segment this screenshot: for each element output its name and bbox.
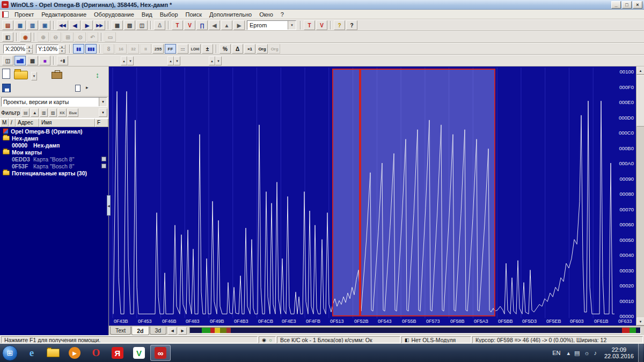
zoom-100-icon[interactable]: ⊙ bbox=[75, 32, 86, 42]
delta-icon[interactable]: Δ bbox=[232, 44, 243, 54]
tree-item-map[interactable]: 0F53FКарта "Bosch 8" bbox=[0, 162, 108, 169]
column-spinner-3[interactable]: ▲▼ bbox=[209, 56, 222, 65]
x-zoom-spinner[interactable]: X:200% ▲▼ bbox=[3, 45, 33, 54]
filter-kk-button[interactable]: КК bbox=[58, 108, 66, 117]
zoom-back-icon[interactable]: ↶ bbox=[87, 32, 98, 42]
next-map-icon[interactable]: ▶ bbox=[233, 20, 245, 30]
filter-vyk-button[interactable]: Вык bbox=[68, 108, 79, 117]
taskbar-v-app-button[interactable]: V bbox=[129, 345, 149, 361]
taskbar-opera-button[interactable]: O bbox=[86, 345, 106, 361]
title-bar[interactable]: ∞ WinOLS - Opel Omega-B (Оригинал), 3584… bbox=[0, 0, 644, 10]
column-header-1[interactable]: M bbox=[0, 119, 9, 127]
column-header-5[interactable]: F bbox=[95, 119, 108, 127]
menu-item-4[interactable]: Вид bbox=[138, 11, 156, 18]
grid-view-icon[interactable]: ▦ bbox=[112, 20, 123, 30]
column-header-3[interactable]: Адрес bbox=[16, 119, 39, 127]
up-level-icon[interactable]: ▲ bbox=[221, 20, 232, 30]
taskbar-explorer-button[interactable] bbox=[43, 345, 63, 361]
chart-plot[interactable] bbox=[110, 68, 614, 318]
sync-versions-icon[interactable]: ↕ bbox=[96, 71, 99, 79]
dart-target-icon[interactable]: ◉ bbox=[20, 32, 31, 42]
menu-item-8[interactable]: Окно bbox=[255, 11, 277, 18]
previous-version-icon[interactable]: ◀ bbox=[69, 20, 80, 30]
tree-item-folder[interactable]: Потенциальные карты (30) bbox=[0, 169, 108, 176]
column-header-2[interactable]: / bbox=[9, 119, 16, 127]
tab-2d[interactable]: 2d bbox=[131, 327, 149, 335]
y-zoom-spinner[interactable]: Y:100% ▲▼ bbox=[36, 45, 65, 54]
scroll-up-icon[interactable]: ▲ bbox=[636, 67, 644, 75]
scroll-down-icon[interactable]: ▼ bbox=[636, 317, 644, 326]
x-zoom-value[interactable]: X:200% bbox=[3, 45, 26, 54]
open-project-dropdown-icon[interactable]: ▼ bbox=[31, 72, 37, 80]
first-version-icon[interactable]: ◀◀ bbox=[57, 20, 68, 30]
add-column-icon[interactable]: +▮ bbox=[57, 56, 68, 65]
menu-item-2[interactable]: Редактирование bbox=[38, 11, 90, 18]
taskbar-winols-button[interactable]: ∞ bbox=[150, 345, 171, 361]
scrollbar-thumb[interactable] bbox=[636, 75, 644, 127]
next-version-icon[interactable]: ▶ bbox=[82, 20, 93, 30]
hex-report-icon[interactable]: V bbox=[316, 20, 327, 30]
clock[interactable]: 22:09 22.03.2016 bbox=[604, 346, 634, 359]
filter-columns-icon[interactable]: ▥ bbox=[40, 108, 48, 117]
hex-display-icon[interactable]: FF bbox=[165, 44, 176, 54]
signed-icon[interactable]: ± bbox=[202, 44, 213, 54]
block-strip[interactable] bbox=[189, 327, 641, 334]
tab-scroll-right-icon[interactable]: ▶ bbox=[178, 327, 187, 335]
scales-icon[interactable]: Δ bbox=[154, 20, 165, 30]
bin-display-icon[interactable]: ::: bbox=[177, 44, 188, 54]
factor-icon[interactable]: ×1 bbox=[244, 44, 255, 54]
projects-versions-combo[interactable]: Проекты, версии и карты ▼ bbox=[1, 97, 107, 107]
taskbar-ie-button[interactable]: e bbox=[21, 345, 42, 361]
column-spinner-1[interactable]: ▲▼ bbox=[121, 56, 134, 65]
new-map-icon[interactable] bbox=[75, 85, 80, 92]
open-project-icon[interactable] bbox=[14, 71, 28, 79]
text-view-icon[interactable]: T bbox=[172, 20, 183, 30]
tab-3d[interactable]: 3d bbox=[150, 327, 167, 335]
filter-sort-icon[interactable]: ▲ bbox=[31, 108, 39, 117]
percent-icon[interactable]: % bbox=[219, 44, 231, 54]
tree-item-item[interactable]: 00000Hex-дамп bbox=[0, 142, 108, 149]
open-map-window-icon[interactable]: ▣ bbox=[39, 20, 50, 30]
menu-item-6[interactable]: Поиск bbox=[182, 11, 206, 18]
apply-map-icon[interactable]: ▸ bbox=[86, 85, 89, 90]
org-copy-icon[interactable]: Org bbox=[269, 44, 280, 54]
select-mode-icon[interactable]: ◧ bbox=[2, 32, 13, 42]
window-split-icon[interactable]: ◫ bbox=[136, 20, 148, 30]
org-icon[interactable]: Org bbox=[257, 44, 268, 54]
minimize-button[interactable]: _ bbox=[611, 1, 621, 9]
menu-item-3[interactable]: Оборудование bbox=[90, 11, 138, 18]
tab-text[interactable]: Text bbox=[110, 327, 131, 335]
tree-item-folder[interactable]: Мои карты bbox=[0, 149, 108, 156]
column-spinner-2[interactable]: ▲▼ bbox=[167, 56, 180, 65]
zoom-out-icon[interactable]: ⊖ bbox=[50, 32, 61, 42]
filter-dropdown-icon[interactable]: ▼ bbox=[99, 108, 107, 117]
child-window-icon[interactable] bbox=[2, 11, 9, 18]
palette-icon[interactable]: ■ bbox=[39, 56, 50, 65]
width-32-icon[interactable]: 32 bbox=[128, 44, 139, 54]
filter-settings-icon[interactable]: ▨ bbox=[49, 108, 57, 117]
open-hexdump-window-icon[interactable]: ▥ bbox=[27, 20, 38, 30]
taskbar-yandex-button[interactable]: Я bbox=[107, 345, 128, 361]
column-header-4[interactable]: Имя bbox=[39, 119, 95, 127]
tip-icon[interactable]: ? bbox=[334, 20, 345, 30]
maximize-button[interactable]: □ bbox=[622, 1, 632, 9]
taskbar-media-player-button[interactable]: ▶ bbox=[64, 345, 85, 361]
tree-item-map[interactable]: 0EDD3Карта "Bosch 8" bbox=[0, 156, 108, 162]
text-report-icon[interactable]: T bbox=[304, 20, 315, 30]
start-button[interactable]: ⊞ bbox=[2, 345, 18, 361]
width-16-icon[interactable]: 16 bbox=[115, 44, 127, 54]
view-table-icon[interactable]: ▦ bbox=[27, 56, 38, 65]
last-version-icon[interactable]: ▶▶ bbox=[94, 20, 105, 30]
project-case-icon[interactable] bbox=[52, 72, 62, 79]
show-desktop-button[interactable] bbox=[638, 344, 643, 362]
width-8-icon[interactable]: 8 bbox=[103, 44, 114, 54]
project-explorer-icon[interactable]: ▦ bbox=[14, 20, 26, 30]
columns-view-icon[interactable]: ▮▮▮ bbox=[85, 44, 97, 54]
zoom-in-icon[interactable]: ⊕ bbox=[38, 32, 49, 42]
tree-item-folder[interactable]: Hex-дамп bbox=[0, 135, 108, 142]
new-window-icon[interactable]: ◫ bbox=[2, 56, 13, 65]
y-zoom-value[interactable]: Y:100% bbox=[36, 45, 58, 54]
dec-display-icon[interactable]: 255 bbox=[152, 44, 164, 54]
2d-view-icon[interactable]: ∏ bbox=[196, 20, 208, 30]
new-version-icon[interactable] bbox=[2, 69, 10, 79]
